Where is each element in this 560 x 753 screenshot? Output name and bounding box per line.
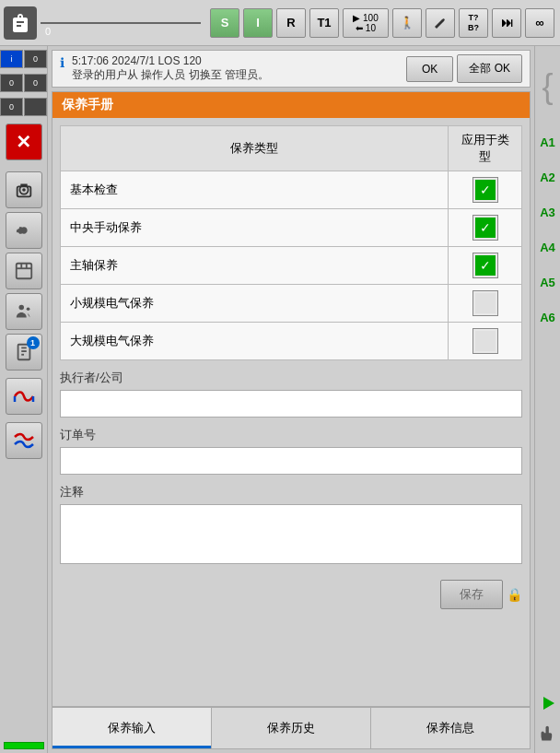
lock-icon: 🔒 bbox=[507, 587, 522, 602]
row-label-0: 基本检查 bbox=[61, 171, 449, 209]
indicator-num: 0 bbox=[24, 50, 47, 68]
checkbox-3[interactable] bbox=[472, 290, 498, 316]
progress-bar: 0 bbox=[41, 22, 201, 24]
svg-point-1 bbox=[22, 188, 26, 192]
col-type: 保养类型 bbox=[61, 126, 449, 171]
indicator-i: i bbox=[0, 50, 23, 68]
users-icon[interactable] bbox=[6, 293, 42, 330]
notes-textarea[interactable] bbox=[60, 504, 522, 564]
ok-button[interactable]: OK bbox=[406, 56, 453, 82]
btn-walk[interactable]: 🚶 bbox=[392, 8, 422, 38]
tab-maintenance-input[interactable]: 保养输入 bbox=[52, 708, 212, 748]
notes-group: 注释 bbox=[60, 484, 522, 567]
btn-s[interactable]: S bbox=[210, 8, 239, 38]
play-button[interactable] bbox=[539, 694, 557, 715]
svg-point-8 bbox=[26, 307, 29, 311]
notes-label: 注释 bbox=[60, 484, 522, 500]
info-text: 5:17:06 2024/7/1 LOS 120 登录的用户从 操作人员 切换至… bbox=[72, 54, 399, 83]
info-buttons: OK 全部 OK bbox=[406, 54, 522, 83]
form-body: 保养类型 应用于类型 基本检查✓中央手动保养✓主轴保养✓小规模电气保养大规模电气… bbox=[52, 118, 530, 706]
cancel-button[interactable]: ✕ bbox=[6, 124, 42, 160]
left-sidebar: i 0 0 0 0 ✕ bbox=[0, 46, 48, 753]
sidebar-a2[interactable]: A2 bbox=[536, 160, 560, 194]
tab-maintenance-history[interactable]: 保养历史 bbox=[212, 708, 371, 748]
checkbox-container-0[interactable]: ✓ bbox=[458, 177, 512, 203]
checkbox-container-4[interactable] bbox=[458, 328, 512, 354]
info-message: 登录的用户从 操作人员 切换至 管理员。 bbox=[72, 67, 399, 83]
sidebar-a3[interactable]: A3 bbox=[536, 195, 560, 229]
btn-tool[interactable] bbox=[426, 8, 455, 38]
save-row: 保存 🔒 bbox=[60, 576, 522, 611]
right-sidebar: { A1 A2 A3 A4 A5 A6 bbox=[534, 46, 560, 753]
btn-skip[interactable]: ⏭ bbox=[492, 8, 521, 38]
btn-help[interactable]: T? B? bbox=[459, 8, 488, 38]
svg-rect-3 bbox=[16, 264, 31, 279]
save-button[interactable]: 保存 bbox=[440, 580, 503, 609]
top-toolbar: 0 S I R T1 ▶ 100 ⬅ 10 🚶 T? B? ⏭ ∞ bbox=[0, 0, 560, 46]
checkbox-container-2[interactable]: ✓ bbox=[458, 253, 512, 278]
executor-label: 执行者/公司 bbox=[60, 370, 522, 386]
order-group: 订单号 bbox=[60, 427, 522, 475]
robot-icon bbox=[4, 6, 37, 40]
svg-point-7 bbox=[18, 305, 24, 311]
maintenance-table: 保养类型 应用于类型 基本检查✓中央手动保养✓主轴保养✓小规模电气保养大规模电气… bbox=[60, 125, 522, 360]
clock-icon[interactable] bbox=[6, 253, 42, 289]
executor-input[interactable] bbox=[60, 390, 522, 418]
table-row: 大规模电气保养 bbox=[61, 323, 522, 360]
checkbox-container-1[interactable]: ✓ bbox=[458, 215, 512, 241]
indicator-num3: 0 bbox=[24, 74, 47, 92]
tab-maintenance-info[interactable]: 保养信息 bbox=[371, 708, 530, 748]
form-panel: 保养手册 保养类型 应用于类型 基本检查✓中央手动保养✓主轴保养✓小规模电气保养… bbox=[52, 91, 531, 749]
btn-speed[interactable]: ▶ 100 ⬅ 10 bbox=[343, 8, 389, 38]
camera-icon[interactable] bbox=[6, 171, 42, 208]
info-bar: ℹ 5:17:06 2024/7/1 LOS 120 登录的用户从 操作人员 切… bbox=[52, 50, 531, 88]
row-checkbox-cell-4[interactable] bbox=[449, 323, 522, 360]
checkbox-4[interactable] bbox=[472, 328, 498, 354]
sidebar-a1[interactable]: A1 bbox=[536, 125, 560, 159]
sidebar-a4[interactable]: A4 bbox=[536, 230, 560, 264]
form-title: 保养手册 bbox=[52, 92, 530, 118]
bracket-icon: { bbox=[542, 50, 553, 124]
motor-icon[interactable] bbox=[6, 422, 42, 459]
row-label-2: 主轴保养 bbox=[61, 247, 449, 285]
row-label-3: 小规模电气保养 bbox=[61, 285, 449, 323]
sidebar-a6[interactable]: A6 bbox=[536, 300, 560, 334]
table-row: 基本检查✓ bbox=[61, 171, 522, 209]
row-checkbox-cell-1[interactable]: ✓ bbox=[449, 209, 522, 247]
cable-icon[interactable] bbox=[6, 378, 42, 415]
row-label-1: 中央手动保养 bbox=[61, 209, 449, 247]
all-ok-button[interactable]: 全部 OK bbox=[457, 54, 522, 83]
row-checkbox-cell-3[interactable] bbox=[449, 285, 522, 323]
indicator-num5 bbox=[24, 98, 47, 116]
info-icon: ℹ bbox=[60, 55, 64, 70]
checkbox-container-3[interactable] bbox=[458, 290, 512, 316]
svg-marker-15 bbox=[543, 697, 554, 710]
order-input[interactable] bbox=[60, 447, 522, 475]
executor-group: 执行者/公司 bbox=[60, 370, 522, 418]
row-checkbox-cell-0[interactable]: ✓ bbox=[449, 171, 522, 209]
sidebar-a5[interactable]: A5 bbox=[536, 265, 560, 299]
indicator-num4: 0 bbox=[0, 98, 23, 116]
table-row: 主轴保养✓ bbox=[61, 247, 522, 285]
row-checkbox-cell-2[interactable]: ✓ bbox=[449, 247, 522, 285]
document-icon[interactable]: 1 bbox=[6, 334, 42, 371]
table-row: 中央手动保养✓ bbox=[61, 209, 522, 247]
btn-inf[interactable]: ∞ bbox=[525, 8, 554, 38]
hand-icon[interactable] bbox=[539, 724, 557, 746]
btn-i[interactable]: I bbox=[243, 8, 273, 38]
status-bar bbox=[4, 742, 44, 749]
checkbox-2[interactable]: ✓ bbox=[472, 253, 498, 278]
checkbox-1[interactable]: ✓ bbox=[472, 215, 498, 241]
indicator-num2: 0 bbox=[0, 74, 23, 92]
bottom-tabs: 保养输入 保养历史 保养信息 bbox=[52, 706, 530, 748]
checkbox-0[interactable]: ✓ bbox=[472, 177, 498, 203]
info-time: 5:17:06 2024/7/1 LOS 120 bbox=[72, 54, 399, 67]
btn-t1[interactable]: T1 bbox=[309, 8, 339, 38]
progress-label: 0 bbox=[45, 23, 51, 40]
btn-r[interactable]: R bbox=[276, 8, 306, 38]
col-apply: 应用于类型 bbox=[449, 126, 522, 171]
main-content: ℹ 5:17:06 2024/7/1 LOS 120 登录的用户从 操作人员 切… bbox=[48, 46, 534, 753]
order-label: 订单号 bbox=[60, 427, 522, 443]
settings-icon[interactable] bbox=[6, 212, 42, 249]
row-label-4: 大规模电气保养 bbox=[61, 323, 449, 360]
